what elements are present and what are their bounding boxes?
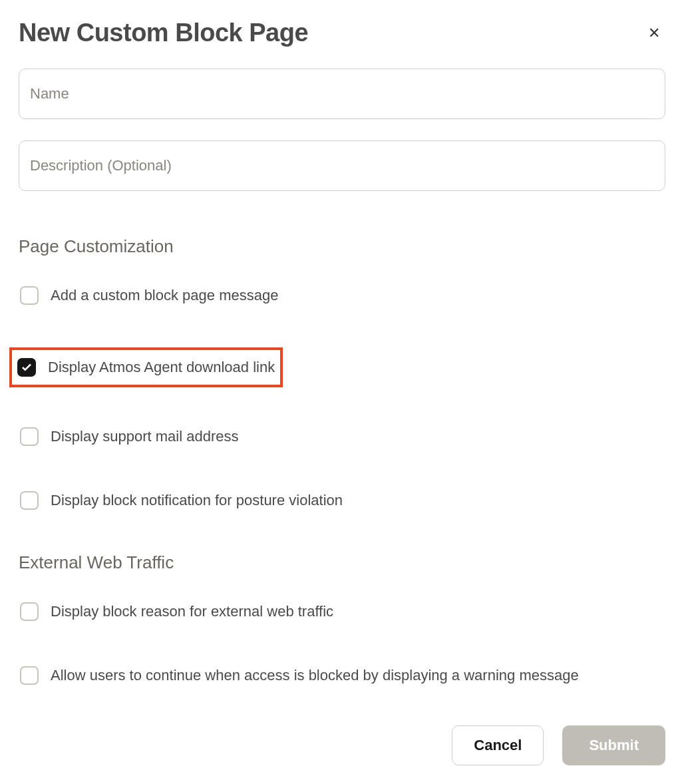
- section-heading-customization: Page Customization: [19, 236, 665, 257]
- close-icon: ✕: [648, 25, 660, 41]
- footer-actions: Cancel Submit: [452, 725, 665, 765]
- checkbox-label: Display block notification for posture v…: [51, 492, 343, 509]
- cancel-button[interactable]: Cancel: [452, 725, 544, 765]
- option-support-mail: Display support mail address: [19, 425, 665, 449]
- checkbox-posture-violation[interactable]: [20, 491, 39, 510]
- option-custom-message: Add a custom block page message: [19, 284, 665, 307]
- submit-button[interactable]: Submit: [562, 725, 665, 765]
- close-button[interactable]: ✕: [643, 23, 665, 43]
- checkbox-label: Add a custom block page message: [51, 287, 278, 304]
- highlighted-option: Display Atmos Agent download link: [9, 347, 283, 387]
- option-posture-violation: Display block notification for posture v…: [19, 489, 665, 512]
- checkbox-label: Display support mail address: [51, 428, 238, 445]
- checkbox-block-reason[interactable]: [20, 602, 39, 621]
- page-title: New Custom Block Page: [19, 19, 308, 47]
- checkbox-custom-message[interactable]: [20, 286, 39, 305]
- checkbox-label: Allow users to continue when access is b…: [51, 667, 579, 684]
- checkbox-label: Display block reason for external web tr…: [51, 603, 333, 620]
- checkbox-warning-continue[interactable]: [20, 666, 39, 685]
- checkbox-support-mail[interactable]: [20, 427, 39, 446]
- option-block-reason: Display block reason for external web tr…: [19, 600, 665, 624]
- name-input[interactable]: [19, 69, 665, 119]
- option-warning-continue: Allow users to continue when access is b…: [19, 664, 665, 687]
- checkbox-label: Display Atmos Agent download link: [48, 359, 275, 376]
- checkbox-atmos-agent[interactable]: [17, 358, 36, 377]
- section-heading-external: External Web Traffic: [19, 552, 665, 573]
- description-input[interactable]: [19, 140, 665, 191]
